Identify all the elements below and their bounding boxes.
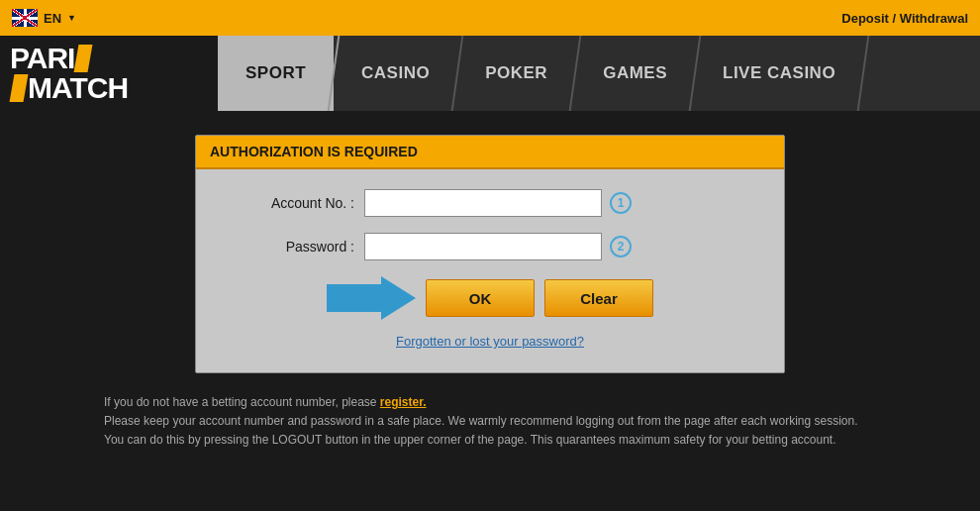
lang-selector[interactable]: EN ▼ (12, 9, 76, 27)
flag-uk-icon (12, 9, 38, 27)
clear-button[interactable]: Clear (544, 279, 653, 317)
auth-dialog: AUTHORIZATION IS REQUIRED Account No. : … (195, 135, 785, 373)
forgot-password-link[interactable]: Forgotten or lost your password? (396, 334, 584, 349)
dialog-body: Account No. : 1 Password : 2 (196, 169, 784, 372)
top-bar: EN ▼ Deposit / Withdrawal (0, 0, 980, 36)
nav-bar: PARI MATCH SPORT CASINO POKER GAMES (0, 36, 980, 111)
footer-line1-prefix: If you do not have a betting account num… (104, 395, 380, 409)
logo-area: PARI MATCH (0, 36, 218, 111)
nav-item-casino[interactable]: CASINO (334, 36, 457, 111)
arrow-icon (327, 276, 416, 320)
main-content: AUTHORIZATION IS REQUIRED Account No. : … (0, 111, 980, 451)
nav-items: SPORT CASINO POKER GAMES LIVE CASINO (218, 36, 980, 111)
logo-match: MATCH (28, 73, 128, 103)
password-row: Password : 2 (226, 233, 754, 260)
arrow-indicator (327, 276, 416, 320)
password-label: Password : (226, 239, 354, 255)
ok-button[interactable]: OK (426, 279, 535, 317)
page-wrapper: EN ▼ Deposit / Withdrawal PARI MATCH SPO… (0, 0, 980, 511)
logo: PARI MATCH (10, 44, 128, 103)
logo-slash2 (10, 74, 29, 102)
nav-item-sport[interactable]: SPORT (218, 36, 334, 111)
password-input[interactable] (364, 233, 602, 260)
lang-label: EN (44, 11, 61, 26)
nav-item-poker[interactable]: POKER (457, 36, 575, 111)
circle-one: 1 (610, 192, 632, 214)
deposit-withdrawal-links[interactable]: Deposit / Withdrawal (841, 11, 968, 26)
footer-line2: Please keep your account number and pass… (104, 412, 876, 450)
account-input[interactable] (364, 189, 602, 217)
circle-two: 2 (610, 236, 632, 257)
dialog-header: AUTHORIZATION IS REQUIRED (196, 136, 784, 169)
svg-marker-0 (327, 276, 416, 320)
action-row: OK Clear (226, 276, 754, 320)
logo-pari: PARI (10, 44, 74, 73)
register-link[interactable]: register. (380, 395, 427, 409)
account-row: Account No. : 1 (226, 189, 754, 217)
logo-slash (74, 45, 93, 72)
chevron-down-icon: ▼ (67, 13, 76, 23)
nav-item-live-casino[interactable]: LIVE CASINO (695, 36, 863, 111)
nav-item-games[interactable]: GAMES (575, 36, 695, 111)
forgot-password-row: Forgotten or lost your password? (226, 334, 754, 349)
dialog-title: AUTHORIZATION IS REQUIRED (210, 144, 418, 159)
account-label: Account No. : (226, 195, 354, 211)
footer-text: If you do not have a betting account num… (104, 393, 876, 451)
